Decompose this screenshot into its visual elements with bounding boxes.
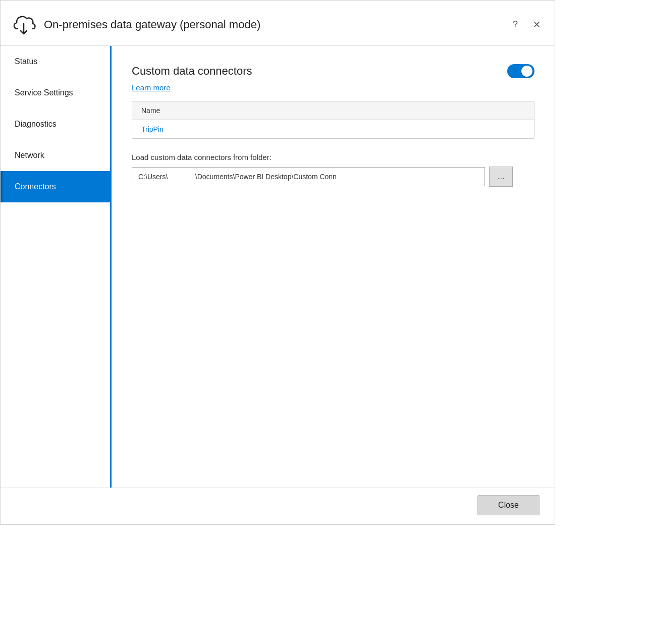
sidebar-item-diagnostics[interactable]: Diagnostics bbox=[1, 109, 110, 140]
folder-input-row: ... bbox=[132, 167, 534, 187]
browse-button[interactable]: ... bbox=[489, 167, 513, 187]
table-header: Name bbox=[132, 101, 534, 120]
toggle-thumb bbox=[521, 66, 532, 77]
connector-table: Name TripPin bbox=[132, 101, 534, 139]
close-window-button[interactable]: ✕ bbox=[529, 17, 545, 32]
table-header-name: Name bbox=[132, 101, 169, 120]
connector-name-cell: TripPin bbox=[132, 120, 173, 138]
cloud-upload-icon bbox=[11, 12, 37, 38]
title-bar-right: ? ✕ bbox=[509, 17, 545, 32]
main-layout: Status Service Settings Diagnostics Netw… bbox=[1, 46, 555, 488]
sidebar-item-network[interactable]: Network bbox=[1, 140, 110, 171]
app-title: On-premises data gateway (personal mode) bbox=[44, 18, 260, 31]
custom-connectors-toggle[interactable] bbox=[507, 64, 534, 78]
sidebar-item-status[interactable]: Status bbox=[1, 46, 110, 77]
content-area: Custom data connectors Learn more Name T… bbox=[112, 46, 555, 488]
folder-label: Load custom data connectors from folder: bbox=[132, 153, 534, 162]
title-bar-left: On-premises data gateway (personal mode) bbox=[11, 12, 260, 38]
title-bar: On-premises data gateway (personal mode)… bbox=[1, 1, 555, 46]
help-button[interactable]: ? bbox=[509, 17, 522, 32]
learn-more-link[interactable]: Learn more bbox=[132, 83, 534, 92]
section-title: Custom data connectors bbox=[132, 65, 252, 78]
sidebar-item-service-settings[interactable]: Service Settings bbox=[1, 77, 110, 109]
sidebar-item-connectors[interactable]: Connectors bbox=[1, 171, 110, 202]
table-row: TripPin bbox=[132, 120, 534, 138]
footer: Close bbox=[1, 488, 555, 524]
close-button[interactable]: Close bbox=[477, 495, 540, 515]
section-header: Custom data connectors bbox=[132, 64, 534, 78]
folder-path-input[interactable] bbox=[132, 167, 485, 186]
toggle-track bbox=[507, 64, 534, 78]
sidebar: Status Service Settings Diagnostics Netw… bbox=[1, 46, 112, 488]
